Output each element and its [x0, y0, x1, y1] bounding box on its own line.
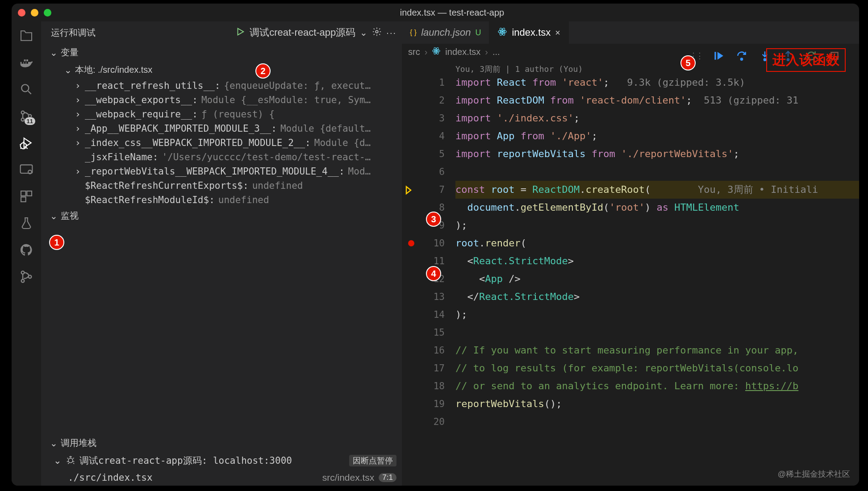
chevron-right-icon: ›	[485, 47, 488, 57]
line-number[interactable]: 2	[405, 92, 445, 109]
react-file-icon	[497, 27, 507, 38]
code-editor[interactable]: You, 3周前 | 1 author (You) 12345678910111…	[402, 60, 859, 486]
variable-row[interactable]: $ReactRefreshModuleId$: undefined	[52, 193, 402, 207]
close-window-icon[interactable]	[18, 9, 25, 17]
line-number[interactable]: 18	[405, 377, 445, 395]
svg-point-13	[376, 30, 379, 33]
watermark: @稀土掘金技术社区	[778, 469, 850, 479]
code-line[interactable]: </React.StrictMode>	[455, 288, 859, 306]
variable-row[interactable]: ›__webpack_require__: ƒ (request) {	[52, 107, 402, 121]
minimize-window-icon[interactable]	[31, 9, 38, 17]
extensions-icon[interactable]	[19, 189, 33, 204]
variable-row[interactable]: ›__webpack_exports__: Module {__esModule…	[52, 93, 402, 107]
close-icon[interactable]: ×	[555, 28, 560, 38]
source-control-icon[interactable]: 11	[19, 109, 33, 123]
start-debug-icon[interactable]	[235, 27, 245, 39]
code-line[interactable]: <React.StrictMode>	[455, 252, 859, 270]
svg-point-1	[21, 111, 25, 114]
testing-icon[interactable]	[19, 216, 33, 230]
variable-row[interactable]: _jsxFileName: '/Users/yucccc/test-demo/t…	[52, 150, 402, 164]
line-number[interactable]: 19	[405, 395, 445, 413]
line-number[interactable]: 3	[405, 109, 445, 127]
code-line[interactable]: // or send to an analytics endpoint. Lea…	[455, 377, 859, 395]
local-scope[interactable]: ⌄ 本地: ./src/index.tsx	[52, 61, 402, 79]
code-line[interactable]: reportWebVitals();	[455, 395, 859, 413]
variables-section[interactable]: ⌄ 变量	[41, 44, 402, 61]
zoom-window-icon[interactable]	[44, 9, 51, 17]
svg-point-15	[502, 31, 504, 33]
debug-header: 运行和调试 调试creat-react-app源码 ⌄ ···	[41, 21, 402, 44]
line-number[interactable]: 20	[405, 413, 445, 431]
code-line[interactable]: root.render(	[455, 234, 859, 252]
frame-position: 7:1	[379, 473, 396, 482]
svg-point-2	[21, 118, 25, 121]
line-number[interactable]: 4	[405, 127, 445, 145]
github-icon[interactable]	[19, 243, 33, 257]
line-number[interactable]: 13	[405, 288, 445, 306]
line-number[interactable]: 11	[405, 252, 445, 270]
variable-row[interactable]: ›_index_css__WEBPACK_IMPORTED_MODULE_2__…	[52, 136, 402, 150]
code-line[interactable]: );	[455, 216, 859, 234]
svg-point-19	[436, 50, 437, 51]
line-number[interactable]: 17	[405, 359, 445, 377]
svg-rect-9	[21, 197, 26, 202]
line-number[interactable]: 15	[405, 324, 445, 341]
code-line[interactable]: <App />	[455, 270, 859, 288]
callstack-section[interactable]: ⌄ 调用堆栈	[41, 434, 402, 452]
gear-icon[interactable]	[372, 27, 382, 39]
callstack-thread[interactable]: ⌄ 调试creat-react-app源码: localhost:3000 因断…	[41, 452, 402, 470]
code-line[interactable]: import reportWebVitals from './reportWeb…	[455, 145, 859, 163]
code-line[interactable]: import App from './App';	[455, 127, 859, 145]
callstack-frame[interactable]: ./src/index.tsx src/index.tsx 7:1	[41, 470, 402, 486]
chevron-down-icon: ⌄	[54, 455, 62, 466]
chevron-down-icon[interactable]: ⌄	[360, 27, 367, 38]
svg-rect-5	[21, 165, 33, 173]
run-debug-icon[interactable]	[19, 136, 33, 150]
code-line[interactable]: import ReactDOM from 'react-dom/client';…	[455, 92, 859, 109]
svg-rect-7	[21, 191, 26, 196]
variable-row[interactable]: $ReactRefreshCurrentExports$: undefined	[52, 179, 402, 193]
line-number[interactable]: 5	[405, 145, 445, 163]
code-line[interactable]: );	[455, 306, 859, 324]
chevron-down-icon: ⌄	[50, 211, 57, 221]
code-line[interactable]: const root = ReactDOM.createRoot( You, 3…	[455, 181, 859, 199]
annotation-badge: 3	[426, 212, 441, 227]
code-line[interactable]: document.getElementById('root') as HTMLE…	[455, 199, 859, 216]
code-line[interactable]: // If you want to start measuring perfor…	[455, 341, 859, 359]
debug-sidebar: 运行和调试 调试creat-react-app源码 ⌄ ··· ⌄ 变量	[41, 21, 402, 486]
code-line[interactable]: // to log results (for example: reportWe…	[455, 359, 859, 377]
variable-row[interactable]: ›__react_refresh_utils__: {enqueueUpdate…	[52, 79, 402, 93]
chevron-down-icon: ⌄	[50, 438, 57, 449]
tab-launch-json[interactable]: { }launch.jsonU	[402, 21, 489, 44]
remote-icon[interactable]	[19, 162, 33, 177]
editor-area: { }launch.jsonUindex.tsx× src › index.ts…	[402, 21, 859, 486]
git-graph-icon[interactable]	[19, 270, 33, 284]
watch-section[interactable]: ⌄ 监视	[41, 207, 402, 225]
window-controls	[18, 9, 51, 17]
react-file-icon	[432, 46, 441, 58]
svg-point-0	[21, 84, 29, 92]
tab-index-tsx[interactable]: index.tsx×	[489, 21, 569, 44]
scm-badge: 11	[25, 117, 35, 125]
chevron-down-icon: ⌄	[50, 47, 57, 58]
annotation-badge: 5	[680, 55, 696, 71]
line-number[interactable]: 14	[405, 306, 445, 324]
svg-point-14	[68, 458, 73, 462]
code-line[interactable]: import React from 'react'; 9.3k (gzipped…	[455, 74, 859, 92]
annotation-badge: 1	[49, 235, 64, 250]
docker-icon[interactable]	[19, 55, 33, 70]
annotation-badge: 4	[426, 266, 441, 281]
line-number[interactable]: 1	[405, 74, 445, 92]
line-number[interactable]: 6	[405, 163, 445, 181]
bug-icon	[66, 455, 75, 466]
code-line[interactable]: import './index.css';	[455, 109, 859, 127]
breakpoint-icon[interactable]	[408, 240, 414, 246]
explorer-icon[interactable]	[19, 29, 33, 43]
more-icon[interactable]: ···	[386, 28, 396, 38]
line-number[interactable]: 16	[405, 341, 445, 359]
search-icon[interactable]	[19, 82, 33, 96]
debug-config-select[interactable]: 调试creat-react-app源码	[250, 26, 355, 39]
variable-row[interactable]: ›_reportWebVitals__WEBPACK_IMPORTED_MODU…	[52, 164, 402, 179]
variable-row[interactable]: ›_App__WEBPACK_IMPORTED_MODULE_3__: Modu…	[52, 121, 402, 136]
activity-bar: 11	[12, 21, 41, 486]
